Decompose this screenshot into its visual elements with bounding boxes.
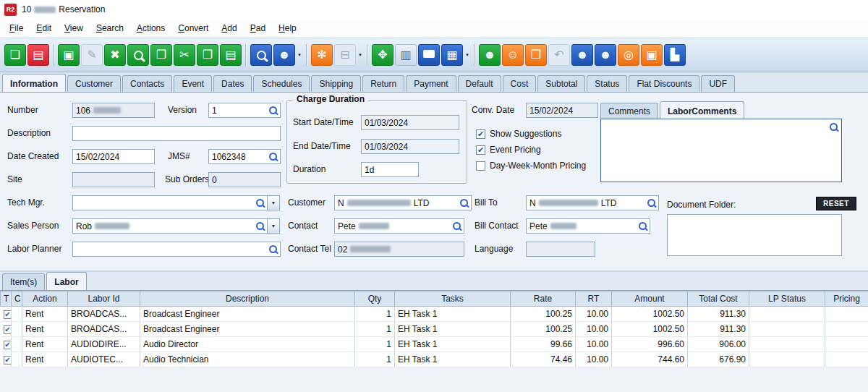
row-select-checkbox[interactable]: ✔ bbox=[4, 356, 12, 365]
comments-tab-laborcomments[interactable]: LaborComments bbox=[660, 101, 744, 119]
cut-button[interactable]: ✂ bbox=[174, 44, 195, 66]
cell-t[interactable]: ✔ bbox=[1, 307, 12, 322]
tech-mgr-dropdown-button[interactable]: ▼ bbox=[267, 195, 280, 210]
conv-date-field[interactable]: 15/02/2024 bbox=[526, 103, 598, 118]
tab-dates[interactable]: Dates bbox=[213, 75, 252, 92]
column-header-qty[interactable]: Qty bbox=[355, 291, 395, 307]
cart-button-dropdown[interactable]: ▾ bbox=[357, 44, 364, 66]
detail-tab-labor[interactable]: Labor bbox=[46, 272, 86, 290]
tab-information[interactable]: Information bbox=[2, 74, 66, 92]
column-header-total-cost[interactable]: Total Cost bbox=[688, 291, 749, 307]
tab-subtotal[interactable]: Subtotal bbox=[537, 75, 585, 92]
menu-file[interactable]: File bbox=[3, 21, 30, 35]
smiley-button[interactable]: ☺ bbox=[502, 44, 524, 66]
labor-row-4[interactable]: ✔RentAUDIOTEC...Audio Technician1EH Task… bbox=[1, 352, 868, 367]
menu-actions[interactable]: Actions bbox=[130, 21, 171, 35]
menu-view[interactable]: View bbox=[58, 21, 90, 35]
column-header-description[interactable]: Description bbox=[140, 291, 355, 307]
money-button[interactable]: ◎ bbox=[618, 44, 639, 66]
sub-orders-field[interactable]: 0 bbox=[208, 172, 281, 187]
column-header-labor-id[interactable]: Labor Id bbox=[68, 291, 140, 307]
menu-convert[interactable]: Convert bbox=[171, 21, 215, 35]
contact-tel-field[interactable]: 02 bbox=[334, 242, 464, 257]
sales-person-dropdown-button[interactable]: ▼ bbox=[267, 218, 280, 234]
bill-contact-search-icon[interactable] bbox=[639, 222, 647, 230]
tab-cost[interactable]: Cost bbox=[503, 75, 537, 92]
checkbox-box-icon[interactable] bbox=[476, 161, 485, 171]
tech-mgr-search-icon[interactable] bbox=[256, 199, 264, 207]
column-header-tasks[interactable]: Tasks bbox=[395, 291, 511, 307]
save-button[interactable]: ▣ bbox=[58, 44, 80, 66]
bill-to-search-icon[interactable] bbox=[647, 199, 655, 207]
calendar-button[interactable]: ▦ bbox=[441, 44, 463, 66]
delete-button[interactable]: ✖ bbox=[104, 44, 126, 66]
find-button[interactable] bbox=[127, 44, 149, 66]
date-created-field[interactable]: 15/02/2024 bbox=[72, 149, 155, 164]
column-header-pricing[interactable]: Pricing bbox=[825, 291, 868, 307]
people-search-button[interactable]: ☻ bbox=[273, 44, 295, 66]
tab-customer[interactable]: Customer bbox=[67, 75, 121, 92]
menu-edit[interactable]: Edit bbox=[30, 21, 58, 35]
sales-person-search-icon[interactable] bbox=[256, 222, 264, 230]
contact-field[interactable]: Pete bbox=[334, 218, 464, 234]
menu-help[interactable]: Help bbox=[272, 21, 303, 35]
invoice-button[interactable]: ❒ bbox=[525, 44, 547, 66]
search-button[interactable] bbox=[250, 44, 272, 66]
tab-contacts[interactable]: Contacts bbox=[122, 75, 172, 92]
column-header-lp-status[interactable]: LP Status bbox=[749, 291, 825, 307]
expand-button[interactable]: ✥ bbox=[372, 44, 393, 66]
menu-pad[interactable]: Pad bbox=[244, 21, 272, 35]
comments-tab-comments[interactable]: Comments bbox=[600, 103, 658, 119]
menu-search[interactable]: Search bbox=[90, 21, 130, 35]
tab-event[interactable]: Event bbox=[174, 75, 212, 92]
tab-status[interactable]: Status bbox=[587, 75, 627, 92]
site-field[interactable] bbox=[72, 172, 155, 187]
copy-button[interactable]: ❐ bbox=[197, 44, 218, 66]
tab-schedules[interactable]: Schedules bbox=[253, 75, 310, 92]
people-search-button-dropdown[interactable]: ▾ bbox=[296, 44, 303, 66]
labor-row-2[interactable]: ✔RentBROADCAS...Broadcast Engineer1EH Ta… bbox=[1, 322, 868, 337]
row-select-checkbox[interactable]: ✔ bbox=[4, 325, 12, 334]
bill-contact-field[interactable]: Pete bbox=[526, 218, 650, 234]
jms-search-icon[interactable] bbox=[269, 153, 277, 161]
customer-field[interactable]: N LTD bbox=[334, 195, 472, 210]
contact-search-icon[interactable] bbox=[453, 222, 461, 230]
tab-flat-discounts[interactable]: Flat Discounts bbox=[629, 75, 699, 92]
bill-to-field[interactable]: N LTD bbox=[526, 195, 659, 210]
document-folder-box[interactable] bbox=[667, 214, 842, 256]
calendar-button-dropdown[interactable]: ▾ bbox=[464, 44, 471, 66]
add-person-button[interactable]: ☻ bbox=[479, 44, 501, 66]
menu-add[interactable]: Add bbox=[215, 21, 243, 35]
tab-payment[interactable]: Payment bbox=[406, 75, 456, 92]
column-header-action[interactable]: Action bbox=[22, 291, 68, 307]
detail-tab-item-s[interactable]: Item(s) bbox=[2, 273, 45, 290]
row-select-checkbox[interactable]: ✔ bbox=[4, 341, 12, 349]
start-date-field[interactable]: 01/03/2024 bbox=[361, 115, 459, 130]
customer-search-icon[interactable] bbox=[460, 199, 468, 207]
checkbox-box-icon[interactable]: ✔ bbox=[476, 129, 485, 139]
column-header-t[interactable]: T bbox=[1, 291, 12, 307]
checkbox-event-pricing[interactable]: ✔Event Pricing bbox=[476, 145, 586, 155]
print-button[interactable]: ▤ bbox=[27, 44, 49, 66]
people-button[interactable]: ☻ bbox=[571, 44, 593, 66]
end-date-field[interactable]: 01/03/2024 bbox=[361, 139, 459, 154]
jms-field[interactable]: 1062348 bbox=[208, 149, 281, 164]
find-document-button[interactable]: ❐ bbox=[150, 44, 172, 66]
tab-return[interactable]: Return bbox=[362, 75, 404, 92]
sales-person-field[interactable]: Rob bbox=[72, 218, 268, 234]
new-document-button[interactable]: ❏ bbox=[4, 44, 26, 66]
tab-shipping[interactable]: Shipping bbox=[311, 75, 361, 92]
labor-planner-search-icon[interactable] bbox=[269, 245, 277, 253]
labor-row-1[interactable]: ✔RentBROADCAS...Broadcast Engineer1EH Ta… bbox=[1, 307, 868, 322]
reset-button[interactable]: RESET bbox=[816, 197, 856, 210]
row-select-checkbox[interactable]: ✔ bbox=[4, 310, 12, 319]
labor-planner-field[interactable] bbox=[72, 242, 281, 257]
cell-t[interactable]: ✔ bbox=[1, 337, 12, 352]
settings-button[interactable]: ✻ bbox=[311, 44, 333, 66]
truck-button[interactable]: ▙ bbox=[664, 44, 686, 66]
column-header-rt[interactable]: RT bbox=[576, 291, 612, 307]
duration-field[interactable]: 1d bbox=[361, 162, 419, 177]
comment-button[interactable] bbox=[418, 44, 440, 66]
cell-t[interactable]: ✔ bbox=[1, 322, 12, 337]
tab-udf[interactable]: UDF bbox=[701, 75, 735, 92]
